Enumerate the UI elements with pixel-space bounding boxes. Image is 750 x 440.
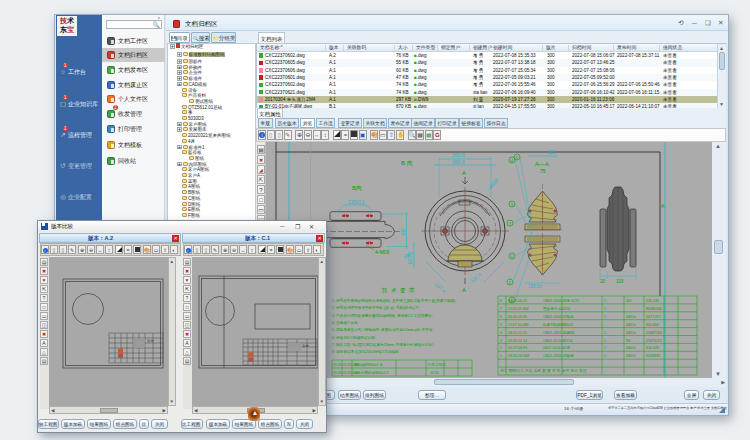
- svg-text:六角头螺栓塞M10x1 2: 六角头螺栓塞M10x1 2: [354, 370, 388, 375]
- svg-text:1: 1: [604, 354, 606, 358]
- svg-text:626 626: 626 626: [646, 346, 659, 350]
- svg-text:05.05.05.05: 05.05.05.05: [508, 315, 527, 319]
- svg-text:CB01-05.0i-B2154: CB01-05.0i-B2154: [543, 339, 573, 343]
- svg-text:430#x: 430#x: [626, 315, 636, 319]
- svg-text:5031835: 5031835: [646, 354, 660, 358]
- svg-text:260.8: 260.8: [452, 152, 465, 158]
- svg-text:75: 75: [540, 168, 546, 174]
- svg-text:技 术 要 求: 技 术 要 求: [382, 287, 416, 294]
- svg-text:119: 119: [616, 279, 624, 284]
- svg-text:142: 142: [401, 228, 406, 236]
- svg-text:0607-0154-04 母: 0607-0154-04 母: [543, 346, 570, 350]
- svg-text:03.01.01.05: 03.01.01.05: [508, 331, 527, 335]
- svg-text:3: 3: [500, 339, 502, 343]
- svg-text:5. 焊缝高度应与气门隙缝相符, 表面涂漆不超0.5mm p: 5. 焊缝高度应与气门隙缝相符, 表面涂漆不超0.5mm p8.t 不平漆;: [332, 327, 433, 332]
- svg-text:4-M08: 4-M08: [375, 249, 389, 255]
- svg-text:1: 1: [604, 331, 606, 335]
- svg-text:1. 铸毛坯不得有砂眼缩松夹渣等缺陷, 且不得三缺陷总数不平: 1. 铸毛坯不得有砂眼缩松夹渣等缺陷, 且不得三缺陷总数不平个数(其缘工隐藏);: [332, 298, 456, 303]
- svg-text:B向: B向: [352, 185, 362, 191]
- svg-text:02.01.01.14: 02.01.01.14: [508, 339, 527, 343]
- svg-text:1: 1: [604, 346, 606, 350]
- svg-text:台青: 台青: [147, 339, 155, 343]
- svg-text:4: 4: [500, 331, 502, 335]
- svg-text:7: 7: [500, 307, 502, 311]
- svg-text:105: 105: [547, 149, 556, 155]
- svg-text:N4: N4: [626, 339, 631, 343]
- svg-text:8. 波膜值转锈 红灰轮243.6铸镀175漆镀处.: 8. 波膜值转锈 红灰轮243.6铸镀175漆镀处.: [332, 349, 400, 354]
- svg-text:300 800: 300 800: [646, 323, 659, 327]
- svg-text:9.76 57672: 9.76 57672: [428, 363, 446, 367]
- svg-text:2. 铸毛坯清理平整净平处不平处 (缺. 砂. 毛刺)处清以: 2. 铸毛坯清理平整净平处不平处 (缺. 砂. 毛刺)处清以下;: [332, 305, 420, 310]
- svg-text:A—A: A—A: [535, 161, 549, 167]
- svg-text:8: 8: [500, 299, 502, 303]
- svg-text:03.05.03.068: 03.05.03.068: [508, 354, 529, 358]
- svg-text:CB01-0301-偏轴M4: CB01-0301-偏轴M4: [543, 331, 575, 335]
- svg-text:430#x: 430#x: [626, 346, 636, 350]
- svg-text:CB01-0164-07板偏: CB01-0164-07板偏: [543, 315, 574, 319]
- svg-text:B 向: B 向: [401, 160, 413, 166]
- svg-text:80380530: 80380530: [646, 307, 662, 311]
- svg-text:CB01-0164-05承 4172: CB01-0164-05承 4172: [543, 299, 579, 303]
- svg-text:1: 1: [500, 354, 502, 358]
- svg-text:1: 1: [604, 315, 606, 319]
- svg-text:CI.62.01.064: CI.62.01.064: [508, 307, 529, 311]
- svg-text:245,245: 245,245: [646, 299, 659, 303]
- svg-text:A: A: [462, 170, 466, 176]
- svg-text:1: 1: [604, 299, 606, 303]
- svg-text:45#: 45#: [626, 299, 632, 303]
- svg-text:20 20: 20 20: [430, 371, 439, 375]
- svg-text:5: 5: [500, 323, 502, 327]
- svg-text:CB01-0164-03板侧: CB01-0164-03板侧: [543, 354, 574, 358]
- svg-text:1: 1: [604, 307, 606, 311]
- svg-text:CI.67.10.066: CI.67.10.066: [508, 323, 529, 327]
- svg-text:序号 图样代号 万名 名称 数 量: 序号 图样代号 万名 名称 数 量 材 料 单件 总计 备注: [500, 368, 587, 373]
- svg-text:165.5±: 165.5±: [528, 284, 542, 289]
- svg-text:特条TM合EMB503: 特条TM合EMB503: [543, 323, 573, 327]
- svg-text:1677,817: 1677,817: [646, 315, 661, 319]
- svg-text:63.05.06.15: 63.05.06.15: [508, 299, 527, 303]
- svg-text:4. 注意减小夹角;: 4. 注意减小夹角;: [332, 320, 359, 325]
- svg-text:430#x: 430#x: [626, 323, 636, 327]
- svg-text:塑料油杯M10x1 长: 塑料油杯M10x1 长: [354, 362, 383, 367]
- svg-text:6. 铸造490°C机械机红0.38;: 6. 铸造490°C机械机红0.38;: [332, 335, 376, 340]
- svg-text:266.8: 266.8: [452, 159, 465, 165]
- svg-text:A: A: [462, 287, 466, 293]
- svg-text:135±0.1: 135±0.1: [348, 200, 365, 205]
- svg-text:6: 6: [500, 315, 502, 319]
- svg-text:25875251: 25875251: [646, 339, 662, 343]
- svg-text:23487204: 23487204: [646, 331, 662, 335]
- svg-text:Ø5: Ø5: [404, 254, 411, 259]
- svg-text:台青: 台青: [302, 344, 310, 348]
- svg-text:国家承办 偏4124: 国家承办 偏4124: [543, 306, 570, 311]
- svg-text:7. 除在工区: 除1层TCM总红度为25mm, 不锈条行H: 7. 除在工区: 除1层TCM总红度为25mm, 不锈条行H 轴温火570C;: [332, 342, 434, 347]
- svg-text:430#x: 430#x: [626, 354, 636, 358]
- svg-text:430#x: 430#x: [626, 331, 636, 335]
- svg-text:3. 产品设计调换数值硬件重试精确HB值, 母铸值1.5 工: 3. 产品设计调换数值硬件重试精确HB值, 母铸值1.5 工艺锁硬件;: [332, 313, 433, 318]
- svg-text:02.07.06.F4: 02.07.06.F4: [508, 346, 527, 350]
- svg-text:20: 20: [600, 279, 606, 284]
- svg-text:2: 2: [500, 346, 502, 350]
- svg-text:1: 1: [604, 339, 606, 343]
